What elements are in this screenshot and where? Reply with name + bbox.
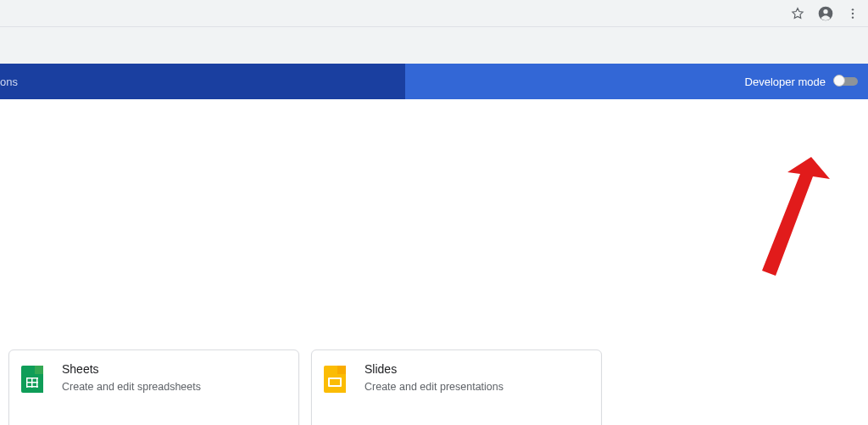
svg-point-2	[852, 8, 854, 10]
card-description: Create and edit presentations	[364, 381, 504, 393]
card-title: Sheets	[62, 362, 201, 376]
extensions-toolbar: ons Developer mode	[0, 64, 868, 99]
svg-point-4	[852, 16, 854, 18]
svg-point-3	[852, 12, 854, 14]
search-fragment-text: ons	[0, 75, 18, 88]
omnibox-bar	[0, 0, 868, 27]
extensions-page: ons Developer mode Sheets Create and edi…	[0, 64, 868, 425]
sheets-icon	[21, 366, 47, 391]
card-title: Slides	[364, 362, 504, 376]
star-icon[interactable]	[790, 6, 805, 21]
toggle-knob	[833, 75, 845, 87]
search-extensions-input[interactable]: ons	[0, 64, 405, 99]
svg-marker-5	[762, 157, 830, 276]
extension-cards: Sheets Create and edit spreadsheets Deta…	[8, 350, 602, 425]
annotation-arrow	[728, 157, 830, 276]
developer-mode-label: Developer mode	[745, 75, 826, 88]
extension-card-sheets: Sheets Create and edit spreadsheets Deta…	[8, 350, 299, 425]
developer-mode-section: Developer mode	[745, 75, 858, 88]
slides-icon	[324, 366, 349, 391]
extension-card-slides: Slides Create and edit presentations Det…	[311, 350, 602, 425]
svg-point-1	[823, 9, 827, 14]
developer-mode-toggle[interactable]	[834, 77, 858, 86]
kebab-menu-icon[interactable]	[846, 6, 860, 21]
profile-icon[interactable]	[817, 5, 834, 22]
card-description: Create and edit spreadsheets	[62, 381, 201, 393]
